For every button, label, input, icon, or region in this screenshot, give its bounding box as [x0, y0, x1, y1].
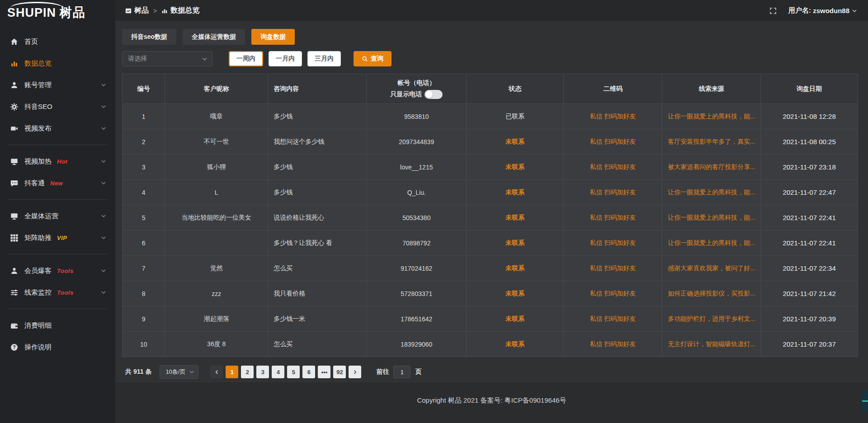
chevron-down-icon [101, 126, 106, 131]
page-size-select[interactable]: 10条/页 [160, 365, 198, 379]
user-menu[interactable]: 用户名: zswodun88 [788, 6, 857, 15]
cell-lead-source[interactable]: 让你一眼就爱上的黑科技，能... [662, 180, 761, 205]
chevron-down-icon [101, 159, 106, 164]
cell-nickname: 狐小狸 [165, 155, 268, 180]
cell-account: 50534380 [367, 205, 467, 230]
chevron-down-icon [101, 104, 106, 109]
page-button-5[interactable]: 5 [287, 366, 300, 378]
cell-lead-source[interactable]: 被大家追着问的客厅投影分享... [662, 155, 761, 180]
sidebar-item-video-publish[interactable]: 视频发布 [0, 118, 115, 139]
tab-omnimedia-data[interactable]: 全媒体运营数据 [183, 29, 245, 45]
filter-bar: 请选择 一周内 一月内 三月内 查询 [122, 51, 858, 66]
fullscreen-icon[interactable] [769, 7, 777, 14]
breadcrumb-separator: > [153, 7, 157, 14]
sidebar-item-data-overview[interactable]: 数据总览 [0, 52, 115, 74]
sidebar-item-label: 视频发布 [24, 124, 52, 133]
cell-account: 70898792 [367, 230, 467, 256]
cell-lead-source[interactable]: 让你一眼就爱上的黑科技，能... [662, 205, 761, 230]
cell-status: 未联系 [467, 129, 564, 155]
query-button[interactable]: 查询 [354, 51, 392, 66]
cell-content: 说说价格让我死心 [268, 205, 367, 230]
cell-lead-source[interactable]: 如何正确选择投影仪，买投影... [662, 281, 761, 306]
cell-status: 未联系 [467, 332, 564, 357]
period-week-button[interactable]: 一周内 [229, 51, 263, 66]
sidebar-item-account-management[interactable]: 账号管理 [0, 74, 115, 96]
col-account-label: 帐号（电话） [367, 79, 466, 87]
cell-status: 已联系 [467, 104, 564, 129]
page-button-92[interactable]: 92 [333, 366, 346, 378]
breadcrumb-item[interactable]: 树品 [134, 6, 149, 15]
cell-qr-links[interactable]: 私信 扫码加好友 [564, 155, 662, 180]
cell-qr-links[interactable]: 私信 扫码加好友 [564, 205, 662, 230]
sidebar-item-home[interactable]: 首页 [0, 31, 115, 52]
cell-qr-links[interactable]: 私信 扫码加好友 [564, 230, 662, 256]
window-icon [125, 8, 132, 14]
chevron-right-icon [353, 370, 358, 375]
sidebar-item-member-baoke[interactable]: 会员爆客 Tools [0, 260, 115, 282]
vip-badge: VIP [57, 235, 67, 241]
cell-lead-source[interactable]: 无主灯设计，智能磁吸轨道灯... [662, 332, 761, 357]
phone-only-toggle[interactable] [425, 90, 443, 99]
cell-lead-source[interactable]: 感谢大家喜欢我家，被问了好... [662, 256, 761, 281]
sidebar-item-label: 线索监控 [24, 288, 52, 297]
sidebar-item-matrix-boost[interactable]: 矩阵助推 VIP [0, 227, 115, 249]
chevron-down-icon [101, 235, 106, 240]
page-ellipsis-button[interactable]: ••• [318, 366, 330, 378]
sidebar: SHUPIN树品 首页 数据总览 账号管理 抖音SEO 视频发布 [0, 0, 115, 423]
logo-text-cn: 树品 [60, 5, 86, 20]
period-quarter-button[interactable]: 三月内 [307, 51, 341, 66]
next-page-button[interactable] [349, 366, 361, 378]
page-button-6[interactable]: 6 [302, 366, 315, 378]
main-content: 抖音seo数据 全媒体运营数据 询盘数据 请选择 一周内 一月内 三月内 查询 [115, 22, 868, 381]
cell-account: Q_Liu. [367, 180, 467, 205]
cell-content: 我想问这个多少钱 [268, 129, 367, 155]
page-button-3[interactable]: 3 [256, 366, 269, 378]
tools-badge: Tools [57, 289, 74, 296]
tab-inquiry-data[interactable]: 询盘数据 [251, 29, 295, 45]
monitor-icon [10, 157, 18, 165]
cell-content: 多少钱一米 [268, 306, 367, 332]
hot-badge: Hot [57, 158, 67, 165]
sidebar-item-douyin-seo[interactable]: 抖音SEO [0, 96, 115, 118]
period-month-button[interactable]: 一月内 [269, 51, 302, 66]
col-content: 咨询内容 [268, 74, 367, 104]
cell-number: 7 [123, 256, 165, 281]
cell-qr-links[interactable]: 私信 扫码加好友 [564, 306, 662, 332]
cell-nickname: 当地比较能吃的一位美女 [165, 205, 268, 230]
cell-lead-source[interactable]: 多功能护栏灯，适用于乡村文... [662, 306, 761, 332]
cell-lead-source[interactable]: 客厅安装投影半年多了，真实... [662, 129, 761, 155]
cell-qr-links[interactable]: 私信 扫码加好友 [564, 332, 662, 357]
sidebar-item-label: 抖客通 [24, 179, 45, 188]
app-logo[interactable]: SHUPIN树品 [0, 0, 115, 25]
goto-page-input[interactable] [393, 366, 410, 378]
username-value: zswodun88 [813, 7, 849, 14]
cell-lead-source[interactable]: 让你一眼就爱上的黑科技，能... [662, 104, 761, 129]
sidebar-item-video-heating[interactable]: 视频加热 Hot [0, 150, 115, 172]
sidebar-item-omnimedia-operation[interactable]: 全媒体运营 [0, 205, 115, 227]
page-button-1[interactable]: 1 [226, 366, 238, 378]
sidebar-item-douketong[interactable]: 抖客通 New [0, 172, 115, 194]
col-qrcode: 二维码 [564, 74, 662, 104]
page-button-4[interactable]: 4 [272, 366, 284, 378]
sidebar-item-operation-guide[interactable]: ? 操作说明 [0, 336, 115, 358]
sidebar-item-lead-monitoring[interactable]: 线索监控 Tools [0, 282, 115, 303]
cell-qr-links[interactable]: 私信 扫码加好友 [564, 281, 662, 306]
cell-nickname: 36度 8 [165, 332, 268, 357]
cell-qr-links[interactable]: 私信 扫码加好友 [564, 129, 662, 155]
cell-qr-links[interactable]: 私信 扫码加好友 [564, 104, 662, 129]
floating-widget[interactable] [862, 390, 868, 411]
filter-select[interactable]: 请选择 [122, 51, 212, 66]
prev-page-button[interactable] [210, 366, 223, 378]
table-header-row: 编号 客户昵称 咨询内容 帐号（电话） 只显示电话 状态 二维码 线索来源 询盘… [123, 74, 858, 104]
cell-qr-links[interactable]: 私信 扫码加好友 [564, 180, 662, 205]
cell-number: 10 [123, 332, 165, 357]
logo-text: SHUPIN树品 [7, 4, 86, 21]
sidebar-item-label: 数据总览 [24, 59, 52, 68]
inquiry-table: 编号 客户昵称 咨询内容 帐号（电话） 只显示电话 状态 二维码 线索来源 询盘… [122, 74, 858, 357]
cell-lead-source[interactable]: 让你一眼就爱上的黑科技，能... [662, 230, 761, 256]
cell-qr-links[interactable]: 私信 扫码加好友 [564, 256, 662, 281]
sidebar-item-label: 消费明细 [24, 321, 52, 330]
page-button-2[interactable]: 2 [241, 366, 254, 378]
sidebar-item-consumption-details[interactable]: 消费明细 [0, 315, 115, 336]
tab-douyin-seo-data[interactable]: 抖音seo数据 [122, 29, 176, 45]
